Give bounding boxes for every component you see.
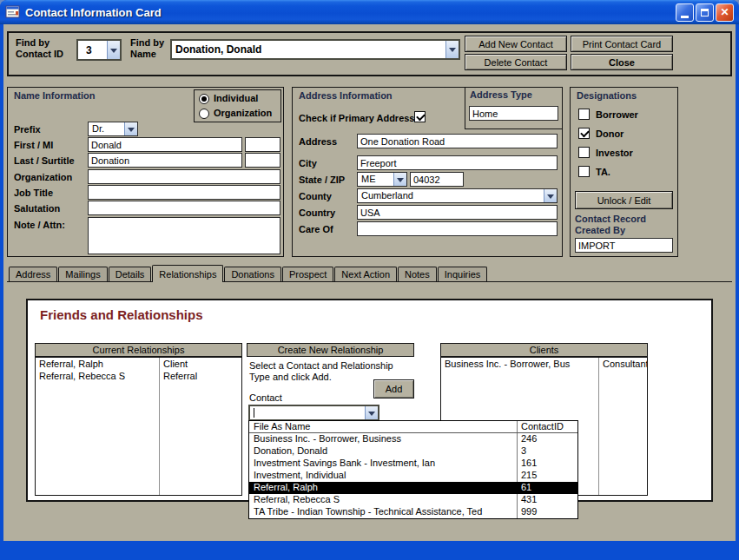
organization-radio[interactable] (199, 109, 209, 119)
clients-header: Clients (440, 343, 648, 357)
address-field[interactable] (357, 134, 558, 148)
state-value: ME (361, 174, 393, 184)
dropdown-arrow-icon[interactable] (393, 173, 406, 186)
dropdown-row-id: 61 (521, 482, 531, 493)
note-attn-field[interactable] (88, 217, 280, 254)
investor-checkbox[interactable] (578, 147, 590, 158)
form-body: Find by Contact ID 3 Find by Name Donati… (3, 24, 736, 541)
delete-contact-button[interactable]: Delete Contact (465, 54, 567, 70)
dropdown-row-id: 431 (521, 494, 537, 505)
county-combo[interactable]: Cumberland (357, 188, 558, 203)
county-value: Cumberland (361, 190, 543, 201)
job-title-field[interactable] (88, 185, 280, 200)
county-label: County (299, 191, 332, 201)
dropdown-row[interactable]: Investment Savings Bank - Investment, Ia… (249, 458, 577, 470)
designations-title: Designations (577, 90, 637, 101)
dropdown-arrow-icon[interactable] (445, 41, 459, 58)
individual-radio[interactable] (199, 94, 209, 104)
relationship-name: Referral, Ralph (39, 358, 103, 370)
surtitle-field[interactable] (245, 153, 280, 168)
tab-relationships[interactable]: Relationships (152, 265, 223, 282)
note-attn-label: Note / Attn: (14, 220, 65, 230)
tab-mailings[interactable]: Mailings (58, 267, 107, 281)
minimize-button[interactable] (676, 3, 694, 22)
primary-address-label: Check if Primary Address (299, 113, 414, 123)
borrower-checkbox[interactable] (578, 109, 590, 120)
add-relationship-button[interactable]: Add (373, 379, 414, 399)
salutation-field[interactable] (88, 201, 280, 215)
client-name: Business Inc. - Borrower, Bus (445, 358, 570, 370)
client-row[interactable]: Business Inc. - Borrower, Bus Consultant (441, 358, 647, 370)
contact-id-combo[interactable]: 3 (76, 39, 122, 61)
close-window-button[interactable]: ✕ (716, 3, 734, 22)
column-divider (598, 358, 599, 495)
dropdown-row-name: Business Inc. - Borrower, Business (254, 433, 401, 445)
contact-combo[interactable] (248, 405, 379, 421)
contact-type-groupbox: Individual Organization (194, 89, 281, 122)
tab-next-action[interactable]: Next Action (334, 267, 397, 281)
find-by-name-combo[interactable]: Donation, Donald (170, 39, 460, 60)
dropdown-row[interactable]: Referral, Ralph 61 (249, 482, 577, 494)
dropdown-row-name: Referral, Ralph (254, 482, 318, 493)
address-type-field[interactable] (469, 106, 558, 121)
organization-radio-label: Organization (214, 108, 272, 118)
tab-address[interactable]: Address (9, 267, 57, 281)
unlock-edit-button[interactable]: Unlock / Edit (575, 191, 673, 209)
dropdown-row[interactable]: Donation, Donald 3 (249, 445, 577, 458)
last-name-field[interactable] (88, 153, 242, 168)
dropdown-row-name: Referral, Rebecca S (254, 494, 340, 505)
dropdown-row[interactable]: Referral, Rebecca S 431 (249, 494, 577, 506)
state-combo[interactable]: ME (357, 172, 407, 187)
relationship-type: Client (163, 358, 188, 370)
prefix-combo[interactable]: Dr. (88, 122, 138, 136)
dropdown-row[interactable]: Business Inc. - Borrower, Business 246 (249, 433, 577, 445)
zip-field[interactable] (410, 172, 464, 187)
dropdown-arrow-icon[interactable] (124, 122, 137, 135)
tab-strip: Address Mailings Details Relationships D… (7, 265, 732, 282)
tab-donations[interactable]: Donations (224, 267, 281, 281)
primary-address-checkbox[interactable] (414, 111, 426, 122)
tab-notes[interactable]: Notes (398, 267, 437, 281)
dropdown-arrow-icon[interactable] (365, 406, 378, 419)
add-new-contact-button[interactable]: Add New Contact (465, 36, 567, 52)
dropdown-row-id: 246 (521, 433, 537, 445)
donor-checkbox[interactable] (578, 128, 590, 139)
dropdown-header-row: File As Name ContactID (249, 421, 577, 433)
print-contact-card-button[interactable]: Print Contact Card (571, 36, 673, 52)
dropdown-row-id: 161 (521, 458, 537, 469)
borrower-label: Borrower (596, 109, 638, 120)
friends-relationships-title: Friends and Relationships (40, 307, 203, 322)
tab-inquiries[interactable]: Inquiries (438, 267, 488, 281)
city-field[interactable] (357, 155, 558, 170)
middle-initial-field[interactable] (245, 137, 280, 152)
care-of-field[interactable] (357, 221, 558, 236)
donor-label: Donor (596, 128, 624, 139)
contact-id-value: 3 (86, 44, 106, 56)
ta-checkbox[interactable] (578, 166, 590, 177)
relationship-row[interactable]: Referral, Ralph Client (36, 358, 241, 370)
relationship-type: Referral (163, 370, 197, 382)
maximize-icon (701, 9, 709, 16)
country-field[interactable] (357, 205, 558, 220)
dropdown-row[interactable]: Investment, Individual 215 (249, 470, 577, 482)
close-form-button[interactable]: Close (571, 54, 673, 70)
app-window: Contact Information Card ✕ Find by Conta… (0, 0, 739, 560)
dropdown-row-id: 3 (521, 445, 526, 457)
organization-field[interactable] (88, 169, 280, 184)
dropdown-arrow-icon[interactable] (544, 189, 557, 202)
dropdown-row-name: Donation, Donald (254, 445, 327, 457)
first-name-field[interactable] (88, 137, 242, 152)
app-icon (5, 4, 21, 20)
tab-prospect[interactable]: Prospect (282, 267, 333, 281)
ta-label: TA. (596, 167, 610, 177)
care-of-label: Care Of (299, 224, 333, 234)
current-relationships-list: Referral, Ralph Client Referral, Rebecca… (35, 357, 242, 496)
tab-details[interactable]: Details (109, 267, 152, 281)
created-by-label: Contact Record Created By (575, 214, 662, 236)
find-by-name-value: Donation, Donald (175, 43, 445, 56)
dropdown-row[interactable]: TA Tribe - Indian Township - Technical A… (249, 506, 577, 518)
relationship-row[interactable]: Referral, Rebecca S Referral (36, 370, 241, 382)
created-by-field[interactable] (575, 238, 673, 253)
maximize-button[interactable] (696, 3, 714, 22)
dropdown-arrow-icon[interactable] (107, 41, 120, 59)
